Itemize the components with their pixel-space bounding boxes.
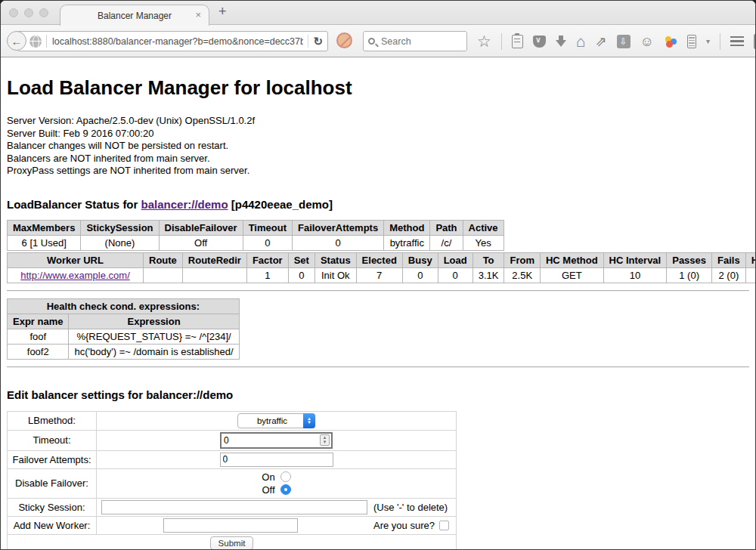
menu-icon[interactable]: [730, 36, 744, 46]
table-header-row: Expr name Expression: [8, 314, 240, 329]
status-heading: LoadBalancer Status for balancer://demo …: [7, 198, 749, 211]
lbmethod-row: LBmethod: bytraffic ▲▼: [8, 411, 457, 430]
health-check-table: Health check cond. expressions: Expr nam…: [7, 298, 240, 360]
are-you-sure-checkbox[interactable]: [439, 521, 449, 530]
send-tab-icon[interactable]: ⇗: [596, 35, 607, 48]
table-header-row: Worker URL Route RouteRedir Factor Set S…: [8, 252, 756, 267]
radio-off[interactable]: [280, 484, 291, 495]
sticky-session-row: Sticky Session: (Use '-' to delete): [8, 498, 457, 516]
divider: [7, 366, 749, 368]
inherit-notice-line: Balancers are NOT inherited from main se…: [7, 153, 749, 165]
bookmark-star-icon[interactable]: ☆: [477, 33, 491, 49]
worker-table: Worker URL Route RouteRedir Factor Set S…: [7, 252, 756, 283]
home-icon[interactable]: ⌂: [576, 33, 586, 49]
tab-title: Balancer Manager: [98, 11, 172, 21]
lbmethod-select[interactable]: bytraffic ▲▼: [237, 413, 315, 428]
tab-bar: Balancer Manager × +: [1, 1, 755, 25]
sticky-session-label: Sticky Session:: [8, 498, 97, 516]
toolbar-icons: ☆ ⌂ ⇗ ⇩ ☺ ▾: [477, 25, 756, 57]
server-built-line: Server Built: Feb 9 2016 07:00:20: [7, 128, 749, 141]
persist-notice-line: Balancer changes will NOT be persisted o…: [7, 140, 749, 153]
radio-on-label: On: [262, 471, 274, 484]
container-icon[interactable]: [687, 35, 696, 48]
timeout-field-wrap: ▲▼: [220, 432, 333, 449]
url-text[interactable]: localhost:8880/balancer-manager?b=demo&n…: [52, 36, 303, 47]
navigation-toolbar: ← localhost:8880/balancer-manager?b=demo…: [1, 25, 755, 57]
timeout-label: Timeout:: [8, 430, 97, 450]
add-worker-input[interactable]: [163, 518, 298, 533]
reload-icon[interactable]: ↻: [313, 35, 323, 48]
feedback-smiley-icon[interactable]: ☺: [640, 35, 654, 48]
sticky-hint: (Use '-' to delete): [373, 502, 448, 513]
table-row: http://www.example.com/ 1 0 Init Ok 7 0 …: [8, 267, 756, 283]
downloads-icon[interactable]: [556, 40, 566, 47]
worker-url-link[interactable]: http://www.example.com/: [20, 270, 130, 281]
lbmethod-label: LBmethod:: [8, 411, 97, 430]
plugin-blocked-icon[interactable]: [336, 32, 352, 48]
new-tab-button[interactable]: +: [218, 4, 227, 20]
disable-failover-label: Disable Failover:: [8, 468, 97, 498]
proxypass-notice-line: ProxyPass settings are NOT inherited fro…: [7, 165, 749, 178]
radio-off-label: Off: [262, 484, 274, 496]
close-window-button[interactable]: [9, 8, 18, 17]
server-version-line: Server Version: Apache/2.5.0-dev (Unix) …: [7, 115, 749, 128]
disable-failover-row: Disable Failover: On Off: [8, 468, 457, 498]
page-title: Load Balancer Manager for localhost: [7, 76, 749, 100]
select-stepper-icon: ▲▼: [303, 413, 315, 428]
extension-dots-icon[interactable]: [664, 35, 677, 48]
zoom-window-button[interactable]: [39, 8, 48, 17]
balancer-settings-form: LBmethod: bytraffic ▲▼ Timeout: ▲▼: [7, 411, 457, 550]
tab-balancer-manager[interactable]: Balancer Manager ×: [60, 5, 209, 26]
add-worker-label: Add New Worker:: [8, 516, 97, 534]
failover-attempts-input[interactable]: [220, 453, 333, 467]
radio-on[interactable]: [280, 471, 291, 482]
balancer-demo-link[interactable]: balancer://demo: [141, 198, 228, 211]
globe-icon: [29, 36, 42, 48]
submit-row: Submit: [8, 534, 457, 550]
clipboard-icon[interactable]: [512, 35, 523, 48]
dropdown-caret-icon[interactable]: ▾: [706, 37, 710, 45]
table-title-row: Health check cond. expressions:: [8, 298, 240, 314]
failover-attempts-label: Failover Attempts:: [8, 450, 97, 468]
timeout-input[interactable]: [222, 434, 320, 447]
are-you-sure-label: Are you sure?: [373, 520, 435, 531]
url-bar[interactable]: localhost:8880/balancer-manager?b=demo&n…: [17, 31, 328, 51]
tab-close-icon[interactable]: ×: [195, 9, 201, 20]
failover-attempts-row: Failover Attempts:: [8, 450, 457, 468]
sticky-session-input[interactable]: [101, 500, 367, 514]
number-spinner-icon[interactable]: ▲▼: [320, 434, 330, 446]
table-row: 6 [1 Used] (None) Off 0 0 bytraffic /c/ …: [8, 235, 504, 250]
submit-button[interactable]: Submit: [210, 536, 254, 550]
timeout-row: Timeout: ▲▼: [8, 430, 457, 450]
table-row: foof2 hc('body') =~ /domain is establish…: [8, 344, 240, 359]
back-button[interactable]: ←: [7, 31, 26, 51]
balancer-status-table: MaxMembers StickySession DisableFailover…: [7, 220, 504, 251]
minimize-window-button[interactable]: [24, 8, 33, 17]
browser-window: Balancer Manager × + ← localhost:8880/ba…: [0, 0, 756, 550]
edit-settings-heading: Edit balancer settings for balancer://de…: [7, 388, 749, 401]
page-content: Load Balancer Manager for localhost Serv…: [1, 76, 755, 550]
divider: [7, 290, 749, 292]
pocket-icon[interactable]: [533, 36, 546, 48]
window-controls[interactable]: [9, 8, 48, 17]
add-worker-row: Add New Worker: Are you sure?: [8, 516, 457, 534]
download-square-icon[interactable]: ⇩: [617, 35, 631, 48]
search-icon: [368, 38, 375, 45]
search-box[interactable]: [363, 31, 467, 51]
search-input[interactable]: [380, 36, 455, 48]
table-row: foof %{REQUEST_STATUS} =~ /^[234]/: [8, 329, 240, 344]
table-header-row: MaxMembers StickySession DisableFailover…: [8, 220, 504, 235]
